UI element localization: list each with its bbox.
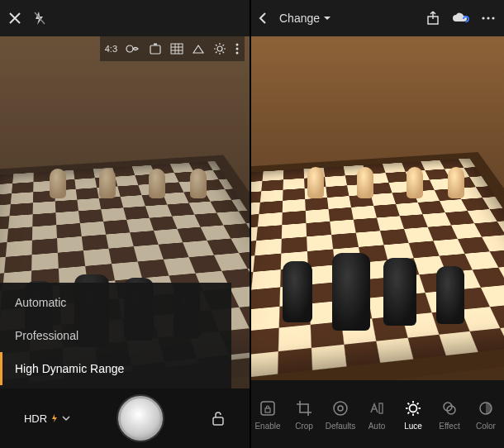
camera-topbar xyxy=(0,0,250,36)
more-icon[interactable] xyxy=(235,42,240,55)
mode-item-automatic[interactable]: Automatic xyxy=(0,286,231,319)
tool-label: Color xyxy=(476,422,496,431)
share-icon[interactable] xyxy=(426,11,440,26)
lock-icon[interactable] xyxy=(211,410,226,427)
svg-point-20 xyxy=(236,52,239,55)
back-icon[interactable] xyxy=(258,12,268,25)
svg-line-15 xyxy=(223,52,225,54)
camera-options-row: 4:3 xyxy=(100,36,245,61)
svg-rect-2 xyxy=(150,45,160,54)
tool-luce[interactable]: Luce xyxy=(395,393,431,436)
tool-label: Auto xyxy=(368,422,386,431)
svg-rect-30 xyxy=(379,403,383,413)
tool-color[interactable]: Color xyxy=(468,393,504,436)
svg-point-19 xyxy=(236,48,239,50)
tool-label: Luce xyxy=(404,422,422,431)
tool-defaults[interactable]: Defaults xyxy=(322,393,359,436)
auto-icon xyxy=(367,398,387,418)
editor-title-button[interactable]: Change xyxy=(279,12,331,25)
pane-divider xyxy=(250,0,251,448)
svg-line-14 xyxy=(216,45,217,46)
grid-icon[interactable] xyxy=(170,43,183,55)
tool-label: Effect xyxy=(439,422,459,431)
mode-label: Automatic xyxy=(15,296,66,309)
editor-toolbar: Enable Crop Defaults Auto Luce xyxy=(250,380,504,448)
camera-bottom-bar: HDR xyxy=(0,388,250,448)
timer-icon[interactable] xyxy=(149,42,162,55)
svg-point-29 xyxy=(338,406,343,411)
tool-label: Enable xyxy=(254,422,280,431)
svg-point-25 xyxy=(492,17,494,19)
settings-icon[interactable] xyxy=(213,42,226,55)
editor-image[interactable] xyxy=(250,36,504,380)
svg-rect-3 xyxy=(154,44,157,45)
level-icon[interactable] xyxy=(192,43,205,55)
svg-point-23 xyxy=(482,17,484,19)
mode-menu: Automatic Professional High Dynamic Rang… xyxy=(0,283,231,388)
tool-effect[interactable]: Effect xyxy=(431,393,468,436)
crop-icon xyxy=(294,398,314,418)
hdr-mode-button[interactable]: HDR xyxy=(24,412,70,425)
svg-point-9 xyxy=(217,46,222,51)
editor-pane: Change Enable xyxy=(250,0,504,448)
svg-point-18 xyxy=(236,44,239,46)
svg-line-16 xyxy=(216,52,217,54)
svg-rect-21 xyxy=(213,417,223,425)
camera-pane: 4:3 Automatic Professional High Dynamic … xyxy=(0,0,250,448)
svg-line-17 xyxy=(223,45,225,46)
svg-point-1 xyxy=(126,45,133,52)
svg-line-38 xyxy=(408,412,410,413)
cloud-sync-icon[interactable] xyxy=(451,12,469,25)
mode-item-professional[interactable]: Professional xyxy=(0,319,231,352)
hdr-label-text: HDR xyxy=(24,412,47,425)
shutter-button[interactable] xyxy=(118,396,163,441)
tool-enable[interactable]: Enable xyxy=(250,393,286,436)
svg-point-31 xyxy=(410,404,417,412)
svg-line-36 xyxy=(408,403,410,404)
mode-label: High Dynamic Range xyxy=(15,362,124,375)
effect-icon xyxy=(440,398,459,418)
tool-label: Defaults xyxy=(326,422,356,431)
svg-rect-27 xyxy=(265,408,270,412)
svg-line-39 xyxy=(417,403,419,404)
mode-item-hdr[interactable]: High Dynamic Range xyxy=(0,352,231,385)
tool-crop[interactable]: Crop xyxy=(286,393,322,436)
defaults-icon xyxy=(330,398,350,418)
svg-point-24 xyxy=(487,17,489,19)
svg-line-37 xyxy=(417,412,419,413)
close-icon[interactable] xyxy=(8,12,21,25)
editor-topbar: Change xyxy=(250,0,504,36)
aspect-ratio-button[interactable]: 4:3 xyxy=(105,44,117,54)
tool-label: Crop xyxy=(295,422,313,431)
svg-rect-4 xyxy=(171,44,183,54)
mode-label: Professional xyxy=(15,329,78,342)
tool-auto[interactable]: Auto xyxy=(359,393,395,436)
more-icon[interactable] xyxy=(481,16,496,21)
color-icon xyxy=(476,398,496,418)
flash-off-icon[interactable] xyxy=(33,11,46,26)
svg-point-28 xyxy=(334,402,347,415)
chevron-down-icon xyxy=(62,415,70,422)
enable-icon xyxy=(258,398,278,418)
caret-down-icon xyxy=(323,15,331,21)
light-icon xyxy=(403,398,423,418)
quality-icon[interactable] xyxy=(126,43,140,55)
editor-title: Change xyxy=(279,12,320,25)
